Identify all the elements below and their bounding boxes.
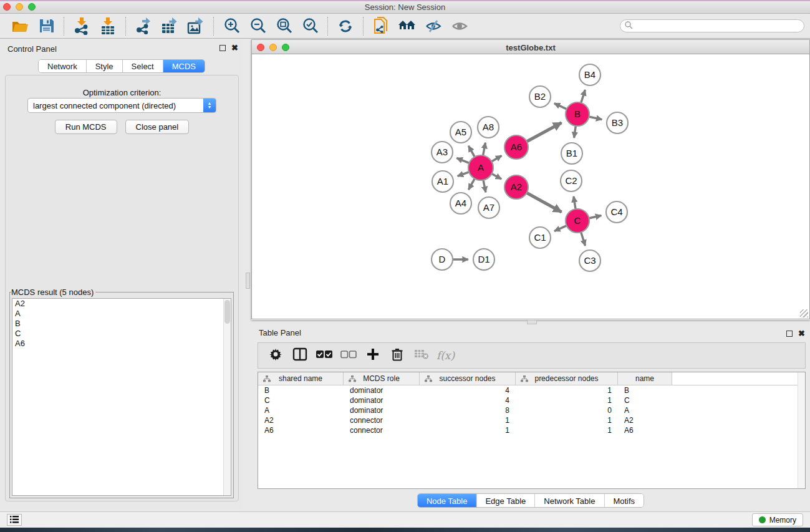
save-session-button[interactable] [35, 16, 57, 36]
table-cell[interactable]: A2 [258, 415, 344, 425]
table-cell[interactable]: dominator [344, 405, 420, 415]
memory-status-icon [759, 516, 766, 523]
tab-select[interactable]: Select [123, 60, 163, 72]
table-cell[interactable]: 4 [420, 395, 516, 405]
table-cell[interactable]: 4 [420, 385, 516, 395]
table-header-row: shared nameMCDS rolesuccessor nodesprede… [258, 372, 805, 385]
zoom-in-button[interactable] [220, 16, 243, 36]
table-cell[interactable]: 8 [420, 405, 516, 415]
mcds-result-list[interactable]: A2ABCA6 [12, 298, 231, 496]
horizontal-split-grip[interactable] [527, 320, 537, 324]
function-builder-button[interactable]: f(x) [435, 345, 456, 366]
table-cell[interactable]: A [258, 405, 344, 415]
mcds-result-item[interactable]: A [12, 309, 231, 319]
export-table-button[interactable] [158, 16, 181, 36]
table-cell[interactable]: 1 [420, 415, 516, 425]
tab-network[interactable]: Network [39, 60, 87, 72]
network-canvas[interactable]: B4B2BB3B1A5A8A6A3AA1A2C2A4A7C4CC1C3DD1 [251, 54, 810, 319]
column-browser-button[interactable] [289, 345, 311, 366]
table-cell[interactable]: dominator [344, 395, 420, 405]
select-all-button[interactable] [313, 345, 335, 366]
table-row[interactable]: A6connector11A6 [258, 425, 805, 435]
table-cell[interactable]: connector [344, 415, 420, 425]
mcds-result-item[interactable]: A2 [12, 299, 231, 309]
table-cell[interactable]: 1 [516, 425, 618, 435]
table-settings-button[interactable] [264, 345, 286, 366]
table-row[interactable]: Adominator80A [258, 405, 805, 415]
table-cell[interactable]: dominator [344, 385, 420, 395]
criterion-dropdown[interactable]: largest connected component (directed) ▲… [27, 98, 216, 113]
table-cell[interactable]: connector [344, 425, 420, 435]
table-cell[interactable]: A6 [618, 425, 672, 435]
run-mcds-button[interactable]: Run MCDS [55, 120, 117, 134]
table-cell[interactable]: A2 [618, 415, 672, 425]
window-resize-grip[interactable] [800, 309, 808, 317]
network-graph[interactable]: B4B2BB3B1A5A8A6A3AA1A2C2A4A7C4CC1C3DD1 [252, 54, 809, 318]
table-row[interactable]: Cdominator41C [258, 395, 805, 405]
tab-node-table[interactable]: Node Table [418, 494, 477, 507]
tab-mcds[interactable]: MCDS [163, 60, 205, 72]
column-header-successor-nodes[interactable]: successor nodes [420, 372, 516, 385]
table-cell[interactable]: 1 [516, 385, 618, 395]
tab-motifs[interactable]: Motifs [604, 494, 644, 507]
table-cell[interactable]: B [258, 385, 344, 395]
close-panel-icon[interactable]: ✖ [231, 45, 238, 51]
float-table-panel-icon[interactable] [786, 331, 793, 337]
vertical-split-grip[interactable] [246, 273, 250, 289]
node-label-B1: B1 [566, 148, 577, 158]
table-cell[interactable]: 1 [516, 395, 618, 405]
delete-column-button[interactable] [386, 345, 408, 366]
export-image-button[interactable] [185, 16, 207, 36]
mcds-list-scrollbar[interactable] [223, 299, 231, 495]
new-network-from-selection-button[interactable] [370, 16, 392, 36]
deselect-all-button[interactable] [337, 345, 359, 366]
table-cell[interactable]: C [618, 395, 672, 405]
network-document-icon [372, 17, 390, 36]
hide-selection-button[interactable] [422, 16, 445, 36]
table-cell[interactable]: 1 [516, 415, 618, 425]
close-panel-button[interactable]: Close panel [125, 120, 190, 134]
export-network-button[interactable] [132, 16, 155, 36]
open-file-button[interactable] [9, 16, 31, 36]
search-input[interactable] [633, 22, 804, 31]
table-cell[interactable]: B [618, 385, 672, 395]
table-cell[interactable]: A6 [258, 425, 344, 435]
table-scrollbar[interactable] [798, 372, 805, 488]
first-neighbors-button[interactable] [396, 16, 418, 36]
column-header-MCDS-role[interactable]: MCDS role [344, 372, 420, 385]
table-cell[interactable]: C [258, 395, 344, 405]
import-network-icon [74, 17, 90, 35]
show-task-history-button[interactable] [7, 514, 22, 526]
import-table-button[interactable] [97, 16, 119, 36]
table-cell[interactable]: A [618, 405, 672, 415]
table-row[interactable]: A2connector11A2 [258, 415, 805, 425]
show-graphics-details-button[interactable] [448, 16, 471, 36]
column-header-predecessor-nodes[interactable]: predecessor nodes [516, 372, 618, 385]
create-column-button[interactable] [362, 345, 383, 366]
table-row[interactable]: Bdominator41B [258, 385, 805, 395]
mcds-result-item[interactable]: A6 [12, 339, 231, 349]
memory-button[interactable]: Memory [752, 513, 803, 526]
delete-table-button[interactable] [410, 345, 432, 366]
import-network-button[interactable] [70, 16, 93, 36]
tab-style[interactable]: Style [87, 60, 123, 72]
search-box[interactable] [620, 19, 804, 32]
tab-network-table[interactable]: Network Table [535, 494, 604, 507]
float-panel-icon[interactable] [219, 45, 226, 51]
column-header-shared-name[interactable]: shared name [258, 372, 344, 385]
table-panel-header: Table Panel ✖ [251, 324, 810, 341]
table-cell[interactable]: 0 [516, 405, 618, 415]
tab-edge-table[interactable]: Edge Table [476, 494, 535, 507]
mcds-result-item[interactable]: C [12, 329, 231, 339]
optimization-criterion-label: Optimization criterion: [6, 88, 238, 97]
zoom-out-button[interactable] [246, 16, 269, 36]
zoom-fit-button[interactable] [272, 16, 295, 36]
mcds-result-item[interactable]: B [12, 319, 231, 329]
refresh-button[interactable] [334, 16, 357, 36]
fx-icon: f(x) [436, 349, 455, 362]
node-table: shared nameMCDS rolesuccessor nodesprede… [258, 372, 806, 489]
column-header-name[interactable]: name [618, 372, 672, 385]
table-cell[interactable]: 1 [420, 425, 516, 435]
zoom-selected-button[interactable] [299, 16, 321, 36]
close-table-panel-icon[interactable]: ✖ [798, 331, 805, 337]
